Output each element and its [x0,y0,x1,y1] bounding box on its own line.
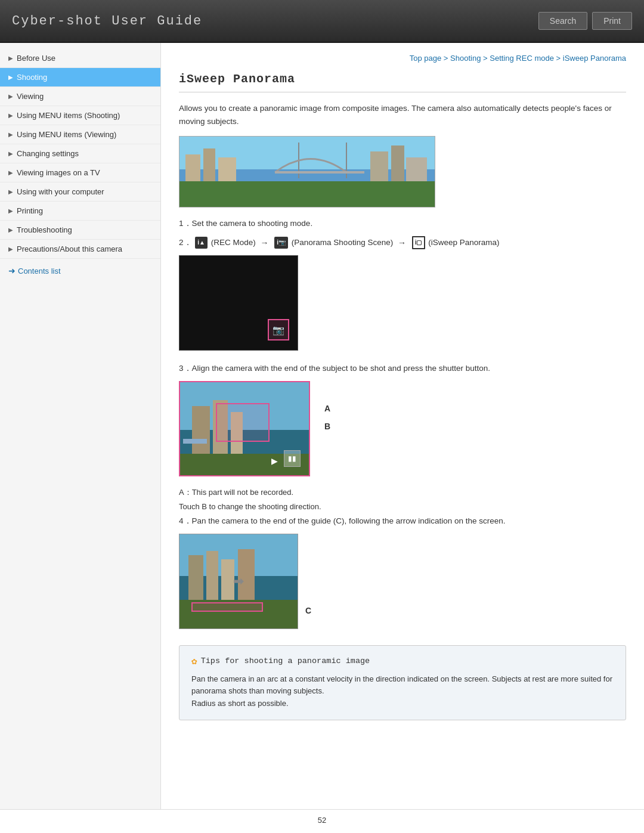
sidebar: ▶ Before Use ▶ Shooting ▶ Viewing ▶ Usin… [0,43,161,809]
step2-rec-label: (REC Mode) [211,238,256,247]
chevron-right-icon: ▶ [8,131,13,138]
chevron-right-icon: ▶ [8,55,13,61]
sidebar-item-printing[interactable]: ▶ Printing [0,202,160,221]
breadcrumb-sep2: > [483,54,490,63]
search-button[interactable]: Search [538,12,587,30]
arrow-right-icon: ➜ [8,266,16,275]
contents-list-link[interactable]: ➜ Contents list [0,259,160,283]
step3-text: 3．Align the camera with the end of the s… [179,362,626,375]
mode-icon-box: ▮▮ [284,450,301,467]
svg-rect-5 [218,157,236,181]
sidebar-item-label: Shooting [17,73,47,82]
svg-rect-9 [370,151,388,181]
tips-text-1: Pan the camera in an arc at a constant v… [191,673,614,698]
svg-rect-15 [192,406,210,454]
page-title: iSweep Panorama [179,72,626,92]
sidebar-item-label: Precautions/About this camera [17,244,122,253]
breadcrumb-sep1: > [444,54,450,63]
tips-text-2: Radius as short as possible. [191,698,614,710]
step2-viewfinder-image: 📷 [179,255,298,351]
sidebar-item-label: Before Use [17,54,55,63]
arrow-icon-1: → [261,236,269,249]
tips-icon: ✿ [191,655,197,667]
tips-box: ✿ Tips for shooting a panoramic image Pa… [179,645,626,720]
contents-link-label: Contents list [18,267,61,275]
step2-text: 2． i▲ (REC Mode) → i📷 (Panorama Shooting… [179,236,626,250]
chevron-right-icon: ▶ [8,188,13,195]
footer: 52 [0,809,644,831]
sidebar-item-label: Changing settings [17,149,79,158]
breadcrumb-setting-rec[interactable]: Setting REC mode [490,54,554,63]
sidebar-item-viewing[interactable]: ▶ Viewing [0,87,160,106]
content-area: Top page > Shooting > Setting REC mode >… [161,43,644,809]
chevron-right-icon: ▶ [8,227,13,233]
page-description: Allows you to create a panoramic image f… [179,102,626,128]
svg-rect-18 [183,439,207,444]
chevron-right-icon: ▶ [8,246,13,252]
sidebar-item-label: Printing [17,206,43,215]
step2-prefix: 2． [179,238,192,247]
step2-panorama-label: (Panorama Shooting Scene) [292,238,393,247]
sidebar-item-label: Troubleshooting [17,225,72,234]
panorama-sample-image [179,136,435,208]
header: Cyber-shot User Guide Search Print [0,0,644,43]
sidebar-item-viewing-tv[interactable]: ▶ Viewing images on a TV [0,163,160,182]
sidebar-item-label: Using MENU items (Shooting) [17,111,120,120]
chevron-right-icon: ▶ [8,112,13,119]
step1-text: 1．Set the camera to shooting mode. [179,217,626,230]
sidebar-item-using-computer[interactable]: ▶ Using with your computer [0,182,160,202]
label-b: B [324,422,330,431]
main-layout: ▶ Before Use ▶ Shooting ▶ Viewing ▶ Usin… [0,43,644,809]
svg-rect-3 [185,154,200,181]
sidebar-item-label: Viewing images on a TV [17,168,100,177]
guide-bar [191,602,263,612]
arrow-icon-2: → [398,236,406,249]
step4-image-container: ➡ C [179,534,626,631]
sidebar-item-label: Using with your computer [17,187,104,196]
page-number: 52 [318,816,326,825]
sidebar-item-before-use[interactable]: ▶ Before Use [0,49,160,68]
step2-image-container: 📷 [179,255,626,352]
caption-b: Touch B to change the shooting direction… [179,501,626,513]
breadcrumb-shooting[interactable]: Shooting [450,54,481,63]
tips-title: ✿ Tips for shooting a panoramic image [191,655,614,667]
label-c: C [305,606,311,615]
panorama-scene-icon: i📷 [274,237,288,249]
chevron-right-icon: ▶ [8,74,13,80]
isweep-icon: i▢ [412,236,425,249]
step4-text: 4．Pan the camera to the end of the guide… [179,515,626,528]
svg-rect-10 [391,145,404,181]
breadcrumb-sep3: > [556,54,563,63]
label-a: A [324,404,330,413]
sidebar-item-precautions[interactable]: ▶ Precautions/About this camera [0,240,160,259]
svg-rect-11 [406,157,427,181]
print-button[interactable]: Print [592,12,632,30]
step2-isweep-label: (iSweep Panorama) [428,238,499,247]
chevron-right-icon: ▶ [8,93,13,100]
svg-rect-4 [203,148,215,181]
header-buttons: Search Print [538,12,632,30]
sidebar-item-menu-shooting[interactable]: ▶ Using MENU items (Shooting) [0,106,160,125]
play-icon: ▶ [268,455,280,467]
sidebar-item-troubleshooting[interactable]: ▶ Troubleshooting [0,221,160,240]
camera-icon: 📷 [273,324,284,336]
breadcrumb-current: iSweep Panorama [563,54,626,63]
sidebar-item-label: Using MENU items (Viewing) [17,130,116,139]
rec-mode-icon: i▲ [195,237,208,249]
sidebar-item-menu-viewing[interactable]: ▶ Using MENU items (Viewing) [0,125,160,144]
chevron-right-icon: ▶ [8,150,13,157]
app-title: Cyber-shot User Guide [12,14,202,29]
step2-camera-icon-box: 📷 [268,319,289,340]
sidebar-item-label: Viewing [17,92,44,101]
breadcrumb-top[interactable]: Top page [410,54,442,63]
chevron-right-icon: ▶ [8,208,13,214]
pan-arrow-indicator: ➡ [233,574,244,589]
sidebar-item-changing-settings[interactable]: ▶ Changing settings [0,144,160,163]
svg-rect-22 [188,555,203,600]
sidebar-item-shooting[interactable]: ▶ Shooting [0,68,160,87]
tips-title-text: Tips for shooting a panoramic image [201,657,370,665]
svg-rect-2 [179,181,435,208]
step4-panorama-image: ➡ [179,534,298,629]
step3-image-container: ▮▮ ▶ A B [179,381,626,478]
svg-rect-23 [206,551,218,600]
